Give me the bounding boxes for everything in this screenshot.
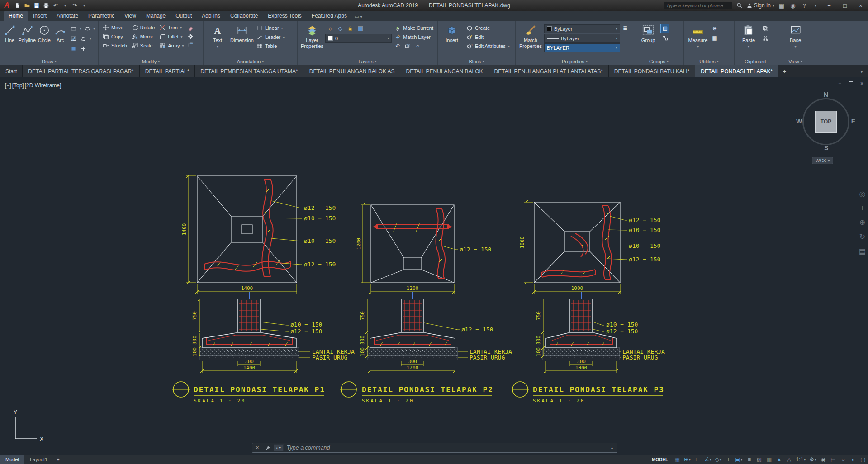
dim-text[interactable]: 1200 (407, 285, 419, 291)
wcs-menu[interactable]: WCS▾ (812, 157, 833, 164)
dim-text[interactable]: 750 (192, 311, 198, 320)
dim-text[interactable]: 1400 (241, 285, 253, 291)
p3-plan[interactable]: ø12 − 150 ø10 − 150 ø10 − 150 ø12 − 150 … (519, 200, 660, 294)
ribbon-tab-manage[interactable]: Manage (141, 11, 171, 21)
leader-dropdown-icon[interactable]: ▾ (283, 35, 285, 39)
file-tab[interactable]: DETAIL PENULANGAN PLAT LANTAI ATAS* (489, 65, 609, 77)
panel-label-layers[interactable]: Layers▾ (298, 57, 437, 65)
scale-button[interactable]: Scale (130, 41, 157, 50)
leader-button[interactable]: Leader▾ (255, 33, 286, 42)
rectangle-icon[interactable] (70, 24, 78, 33)
ribbon-tab-addins[interactable]: Add-ins (197, 11, 225, 21)
detail-scale[interactable]: SKALA 1 : 20 (194, 398, 246, 404)
orbit-icon[interactable]: ↻ (859, 232, 866, 241)
panel-label-annotation[interactable]: Annotation▾ (204, 57, 297, 65)
dim-text[interactable]: 300 (408, 359, 417, 365)
panel-label-draw[interactable]: Draw▾ (0, 57, 98, 65)
p3-section[interactable]: ø10 − 150 ø12 − 150 LANTAI KERJA PASIR U… (536, 292, 665, 373)
new-drawing-button[interactable]: + (778, 65, 790, 77)
draw-more-dropdown-icon[interactable]: ▾ (90, 37, 91, 41)
lineweight-icon[interactable]: ≡ (745, 455, 754, 464)
dim-text[interactable]: 1400 (181, 223, 187, 236)
new-layout-button[interactable]: + (53, 455, 63, 464)
detail-title[interactable]: DETAIL PONDASI TELAPAK P3 (533, 385, 664, 394)
line-button[interactable]: Line (2, 23, 17, 57)
polyline-button[interactable]: Polyline (18, 23, 36, 57)
detail-title[interactable]: DETAIL PONDASI TELAPAK P2 (362, 385, 493, 394)
minimize-button[interactable]: − (823, 0, 835, 11)
layer-off-icon[interactable]: ○ (413, 42, 422, 50)
quick-properties-icon[interactable]: ▤ (828, 455, 838, 464)
doc-close-icon[interactable]: × (860, 80, 863, 87)
p2-title-block[interactable]: DETAIL PONDASI TELAPAK P2 SKALA 1 : 20 (340, 382, 493, 404)
dim-text[interactable]: 750 (360, 311, 365, 320)
p1-plan[interactable]: ø12 − 150 ø10 − 150 ø10 − 150 ø12 − 150 … (181, 174, 336, 294)
edit-block-button[interactable]: Edit (465, 33, 512, 42)
note-label[interactable]: PASIR URUG (622, 354, 658, 361)
panel-label-view[interactable]: View▾ (776, 57, 815, 65)
doc-restore-icon[interactable] (849, 80, 853, 87)
viewcube-west[interactable]: W (796, 118, 802, 125)
dim-text[interactable]: 100 (192, 347, 198, 356)
file-tab[interactable]: DETAIL PENULANGAN BALOK (400, 65, 489, 77)
hatch-icon[interactable] (70, 34, 78, 43)
p2-plan[interactable]: ø12 − 150 1200 1200 (356, 203, 491, 294)
measure-button[interactable]: Measure▾ (686, 23, 710, 57)
lineweight-select[interactable]: ByLayer▾ (544, 34, 620, 43)
isolate-objects-icon[interactable]: ○ (838, 455, 848, 464)
viewport-visual-style-control[interactable]: [2D Wireframe] (24, 82, 62, 89)
open-file-icon[interactable] (23, 1, 31, 9)
dim-text[interactable]: 300 (245, 359, 254, 365)
ribbon-display-toggle-icon[interactable]: ▭ ▾ (355, 14, 362, 21)
autocad-logo[interactable]: A (0, 0, 14, 11)
rebar-label[interactable]: ø12 − 150 (304, 204, 336, 211)
circle-button[interactable]: Circle (37, 23, 52, 57)
panel-label-block[interactable]: Block▾ (438, 57, 515, 65)
text-button[interactable]: A Text▾ (206, 23, 229, 57)
layer-color-icon[interactable] (356, 24, 364, 33)
save-icon[interactable] (33, 1, 41, 9)
ribbon-tab-parametric[interactable]: Parametric (83, 11, 119, 21)
viewcube-south[interactable]: S (824, 144, 828, 152)
ribbon-tab-output[interactable]: Output (171, 11, 197, 21)
grid-icon[interactable]: ▦ (672, 455, 682, 464)
note-label[interactable]: PASIR URUG (470, 354, 505, 361)
dim-text[interactable]: 100 (360, 347, 365, 356)
autoscale-icon[interactable]: △ (784, 455, 794, 464)
region-icon[interactable] (70, 44, 78, 52)
edit-attributes-button[interactable]: 1Edit Attributes▾ (465, 42, 512, 51)
command-customize-icon[interactable] (262, 443, 272, 452)
viewcube-east[interactable]: E (851, 118, 855, 125)
edit-attributes-dropdown-icon[interactable]: ▾ (508, 44, 510, 48)
rebar-label[interactable]: ø12 − 150 (290, 328, 322, 335)
stretch-button[interactable]: Stretch (101, 41, 129, 50)
ribbon-tab-collaborate[interactable]: Collaborate (225, 11, 263, 21)
array-dropdown-icon[interactable]: ▾ (182, 44, 184, 48)
transparency-icon[interactable]: ▨ (754, 455, 764, 464)
dim-text[interactable]: 750 (536, 311, 541, 320)
ellipse-dropdown-icon[interactable]: ▾ (93, 27, 95, 31)
file-tab[interactable]: DETAIL PARTIAL TERAS GARASI PAGAR* (23, 65, 139, 77)
erase-icon[interactable] (187, 24, 195, 32)
group-edit-icon[interactable] (661, 24, 669, 33)
quick-calc-icon[interactable]: ▦ (711, 34, 719, 42)
linear-button[interactable]: Linear▾ (255, 24, 286, 33)
detail-scale[interactable]: SKALA 1 : 20 (533, 398, 585, 404)
panel-label-groups[interactable]: Groups▾ (634, 57, 683, 65)
copy-clip-icon[interactable] (761, 24, 769, 33)
array-button[interactable]: Array▾ (157, 41, 185, 50)
dim-text[interactable]: 300 (536, 336, 541, 345)
layer-select[interactable]: 0 ▾ (325, 34, 392, 43)
sign-in-button[interactable]: Sign In ▾ (747, 2, 774, 9)
ribbon-tab-insert[interactable]: Insert (28, 11, 52, 21)
make-current-button[interactable]: Make Current (393, 24, 435, 33)
snap-icon[interactable]: ⊞▾ (682, 455, 693, 464)
dim-text[interactable]: 300 (360, 336, 365, 345)
annotation-scale-button[interactable]: 1:1▾ (794, 455, 808, 464)
explode-icon[interactable] (187, 32, 195, 40)
rectangle-dropdown-icon[interactable]: ▾ (80, 27, 81, 31)
layer-lock-icon[interactable] (346, 24, 354, 33)
clean-screen-icon[interactable]: ▢ (858, 455, 868, 464)
create-block-button[interactable]: Create (465, 24, 512, 33)
pan-icon[interactable]: + (859, 204, 866, 212)
